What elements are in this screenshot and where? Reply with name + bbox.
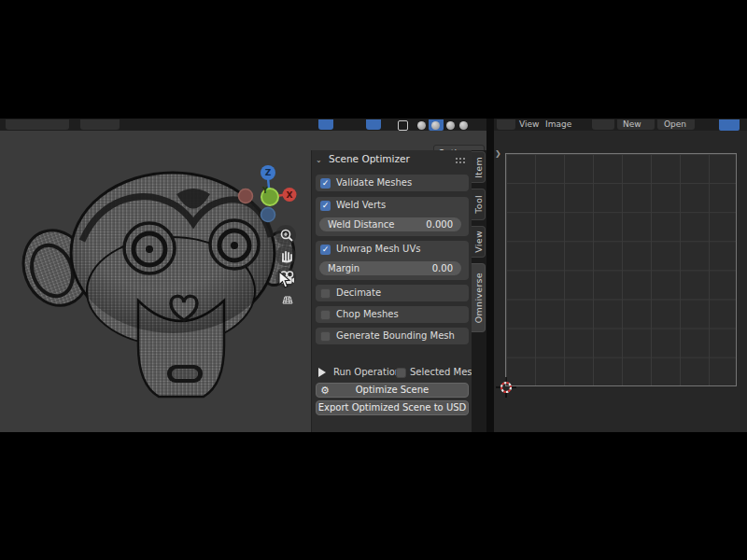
validate-meshes-row[interactable]: ✓ Validate Meshes	[316, 175, 469, 191]
weld-distance-value: 0.000	[426, 217, 453, 231]
axis-x-neg-ball[interactable]	[239, 189, 253, 203]
axis-x-ball[interactable]: X	[283, 188, 297, 202]
unwrap-uvs-group: ✓ Unwrap Mesh UVs Margin 0.00	[316, 241, 469, 280]
svg-text:Z: Z	[265, 168, 272, 177]
overlays-icon[interactable]	[398, 120, 408, 131]
margin-field[interactable]: Margin 0.00	[319, 261, 461, 275]
viewport-header	[0, 119, 486, 131]
tab-item-label: Item	[473, 157, 484, 178]
editor-type-button[interactable]	[497, 119, 515, 130]
image-editor-header: View Image New Open	[494, 119, 747, 131]
editor-divider[interactable]	[486, 119, 494, 432]
shading-wireframe-icon[interactable]	[417, 121, 426, 130]
chop-meshes-row[interactable]: Chop Meshes	[316, 306, 469, 323]
decimate-row[interactable]: Decimate	[316, 285, 469, 301]
weld-distance-field[interactable]: Weld Distance 0.000	[319, 217, 461, 231]
mode-select-group[interactable]	[6, 119, 69, 130]
generate-bounding-label: Generate Bounding Mesh	[336, 328, 455, 344]
panel-drag-handle-icon[interactable]	[455, 157, 467, 163]
scene-optimizer-panel: ⌄ Scene Optimizer ✓ Validate Meshes ✓ We…	[311, 150, 472, 432]
margin-value: 0.00	[432, 261, 453, 275]
new-button-label: New	[623, 119, 641, 130]
decimate-label: Decimate	[336, 285, 381, 301]
unwrap-uvs-row[interactable]: ✓ Unwrap Mesh UVs	[316, 241, 469, 258]
cursor-2d[interactable]	[496, 377, 516, 398]
gear-icon: ⚙	[320, 385, 330, 397]
generate-bounding-row[interactable]: Generate Bounding Mesh	[316, 328, 469, 344]
snap-toggle-icon[interactable]	[318, 119, 333, 130]
tab-view[interactable]: View	[472, 226, 486, 258]
view-axis-gizmo[interactable]: Z X Y	[235, 160, 306, 231]
chop-meshes-checkbox[interactable]	[320, 310, 331, 320]
unwrap-uvs-label: Unwrap Mesh UVs	[336, 241, 420, 258]
validate-meshes-label: Validate Meshes	[336, 175, 412, 191]
sidebar-toggle-chevron-icon[interactable]: ❯	[495, 149, 501, 158]
panel-header[interactable]: ⌄ Scene Optimizer	[316, 153, 469, 166]
blender-window: View Image New Open	[0, 119, 747, 432]
image-editor-menu-image[interactable]: Image	[545, 119, 571, 130]
perspective-toggle-icon[interactable]	[275, 287, 298, 310]
axis-z-ball[interactable]: Z	[261, 165, 275, 180]
image-editor-menu-view[interactable]: View	[519, 119, 539, 130]
proportional-edit-icon[interactable]	[366, 119, 381, 130]
weld-distance-label: Weld Distance	[328, 217, 394, 231]
run-operations-row: Run Operations Selected Mesh...	[316, 365, 469, 380]
image-pin-toggle-icon[interactable]	[719, 119, 740, 131]
generate-bounding-checkbox[interactable]	[320, 331, 331, 342]
monkey-left-eye	[124, 223, 175, 273]
play-icon[interactable]	[318, 368, 326, 377]
decimate-checkbox[interactable]	[320, 288, 331, 299]
tab-omniverse-label: Omniverse	[473, 273, 484, 323]
svg-text:Y: Y	[261, 187, 268, 195]
weld-verts-label: Weld Verts	[336, 197, 386, 214]
image-editor[interactable]: ❯	[494, 131, 747, 432]
tab-tool-label: Tool	[473, 195, 484, 214]
run-operations-label: Run Operations	[333, 365, 405, 380]
unwrap-uvs-checkbox[interactable]: ✓	[320, 245, 331, 255]
mouse-cursor	[278, 271, 291, 289]
optimize-scene-button[interactable]: ⚙ Optimize Scene	[316, 383, 469, 398]
chop-meshes-label: Chop Meshes	[336, 306, 399, 323]
axis-z-neg-ball[interactable]	[261, 208, 275, 222]
sidebar-tab-column: Item Tool View Omniverse	[472, 150, 486, 432]
optimize-scene-label: Optimize Scene	[356, 385, 430, 395]
uv-grid[interactable]	[505, 153, 737, 386]
transform-orientation-group[interactable]	[80, 119, 120, 130]
shading-material-icon[interactable]	[446, 121, 455, 130]
pan-hand-icon[interactable]	[275, 245, 298, 268]
zoom-icon[interactable]	[275, 225, 298, 247]
margin-label: Margin	[328, 261, 359, 275]
shading-rendered-icon[interactable]	[459, 121, 468, 130]
tab-item[interactable]: Item	[472, 151, 486, 183]
monkey-mouth	[167, 365, 203, 383]
weld-verts-row[interactable]: ✓ Weld Verts	[316, 197, 469, 214]
open-button-label: Open	[664, 119, 686, 130]
panel-title: Scene Optimizer	[329, 153, 410, 164]
export-usd-button[interactable]: Export Optimized Scene to USD	[316, 400, 469, 415]
weld-verts-checkbox[interactable]: ✓	[320, 201, 331, 211]
image-browse-button[interactable]	[592, 119, 614, 130]
validate-meshes-checkbox[interactable]: ✓	[320, 178, 331, 189]
tab-view-label: View	[473, 231, 484, 253]
axis-y-ball[interactable]: Y	[261, 187, 278, 205]
image-new-button[interactable]: New	[617, 119, 655, 130]
selected-mesh-checkbox[interactable]	[396, 368, 406, 378]
svg-text:X: X	[287, 190, 293, 200]
export-usd-label: Export Optimized Scene to USD	[318, 402, 467, 413]
weld-verts-group: ✓ Weld Verts Weld Distance 0.000	[316, 197, 469, 236]
screenshot-frame: View Image New Open	[0, 0, 747, 560]
shading-solid-icon[interactable]	[431, 121, 440, 130]
panel-collapse-icon[interactable]: ⌄	[316, 156, 322, 164]
image-open-button[interactable]: Open	[657, 119, 695, 130]
tab-omniverse[interactable]: Omniverse	[472, 263, 486, 332]
tab-tool[interactable]: Tool	[472, 189, 486, 220]
